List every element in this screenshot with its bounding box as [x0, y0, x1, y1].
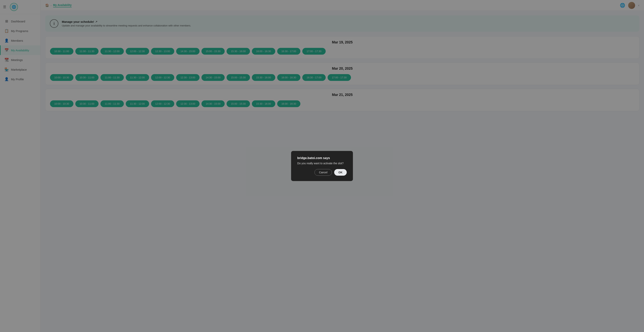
modal-actions: Cancel OK [297, 169, 347, 176]
modal-message: Do you really want to activate the slot? [297, 162, 347, 165]
modal-dialog: bridge.batoi.com says Do you really want… [291, 151, 353, 181]
modal-overlay[interactable]: bridge.batoi.com says Do you really want… [0, 0, 644, 332]
modal-ok-button[interactable]: OK [334, 169, 347, 176]
modal-title: bridge.batoi.com says [297, 156, 347, 160]
modal-cancel-button[interactable]: Cancel [314, 169, 332, 176]
